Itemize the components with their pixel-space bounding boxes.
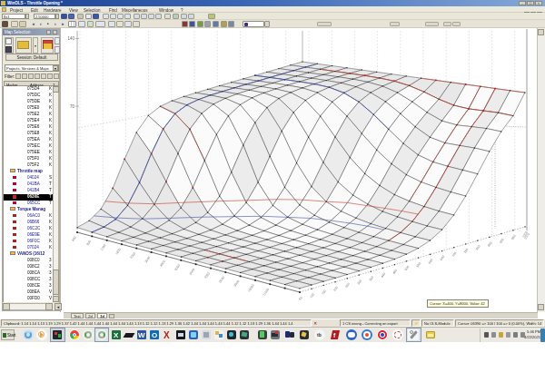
svg-text:1200: 1200: [100, 243, 107, 251]
svg-text:2000: 2000: [130, 251, 137, 260]
svg-text:50: 50: [298, 296, 303, 300]
svg-text:100: 100: [309, 292, 315, 299]
svg-text:400: 400: [71, 236, 77, 242]
svg-text:1600: 1600: [114, 248, 122, 256]
svg-text:500: 500: [404, 265, 411, 271]
svg-text:8000: 8000: [219, 276, 226, 284]
svg-text:750: 750: [463, 248, 470, 254]
svg-text:70: 70: [70, 104, 75, 109]
svg-text:600: 600: [428, 258, 434, 264]
svg-text:6000: 6000: [189, 268, 196, 276]
svg-text:450: 450: [392, 269, 399, 275]
svg-text:650: 650: [440, 255, 446, 261]
svg-text:200: 200: [332, 286, 339, 292]
svg-text:150: 150: [321, 289, 327, 296]
svg-text:850: 850: [487, 241, 493, 248]
svg-text:3000: 3000: [144, 256, 152, 264]
svg-text:350: 350: [369, 275, 375, 281]
svg-text:550: 550: [416, 261, 422, 268]
svg-text:950: 950: [510, 234, 517, 240]
svg-text:4000: 4000: [159, 260, 166, 268]
svg-text:7000: 7000: [203, 271, 211, 279]
svg-text:800: 800: [86, 240, 93, 246]
svg-text:300: 300: [357, 279, 363, 285]
svg-text:800: 800: [475, 244, 481, 250]
svg-text:10000: 10000: [247, 283, 255, 292]
svg-text:11000: 11000: [263, 288, 271, 297]
svg-text:5000: 5000: [174, 263, 182, 271]
svg-text:140: 140: [67, 36, 74, 41]
svg-text:9000: 9000: [233, 279, 241, 288]
svg-text:400: 400: [381, 272, 387, 279]
svg-text:250: 250: [344, 282, 351, 289]
svg-text:700: 700: [451, 251, 458, 258]
svg-text:900: 900: [499, 238, 505, 244]
